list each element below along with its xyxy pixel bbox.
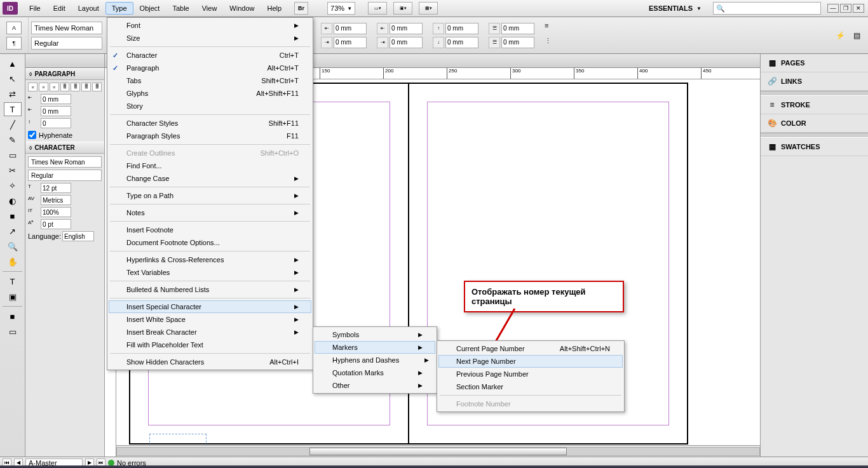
horizontal-scrollbar[interactable] xyxy=(116,445,760,457)
menuitem-glyphs[interactable]: GlyphsAlt+Shift+F11 xyxy=(109,87,311,100)
baseline-field[interactable] xyxy=(41,219,71,229)
align-right-icon[interactable]: ≡ xyxy=(50,83,59,91)
list-icon[interactable]: ⋮ xyxy=(545,37,557,50)
space-field[interactable] xyxy=(501,37,534,48)
menuitem-hyphens-and-dashes[interactable]: Hyphens and Dashes▶ xyxy=(315,354,435,366)
tool-1[interactable]: ↖ xyxy=(4,72,22,86)
justify-right-icon[interactable]: ≣ xyxy=(81,83,91,91)
menuitem-document-footnote-options-[interactable]: Document Footnote Options... xyxy=(109,236,311,249)
menuitem-show-hidden-characters[interactable]: Show Hidden CharactersAlt+Ctrl+I xyxy=(109,356,311,368)
tool-10[interactable]: ■ xyxy=(4,209,22,223)
menuitem-paragraph-styles[interactable]: Paragraph StylesF11 xyxy=(109,130,311,142)
space-field[interactable] xyxy=(445,37,478,48)
view-mode-3[interactable]: ▦▾ xyxy=(419,2,438,15)
menuitem-previous-page-number[interactable]: Previous Page Number xyxy=(438,368,623,380)
menuitem-change-case[interactable]: Change Case▶ xyxy=(109,172,311,185)
indent-first-field[interactable] xyxy=(41,106,71,116)
menuitem-bulleted-numbered-lists[interactable]: Bulleted & Numbered Lists▶ xyxy=(109,283,311,296)
view-mode-2[interactable]: ▣▾ xyxy=(393,2,412,15)
menuitem-story[interactable]: Story xyxy=(109,100,311,112)
restore-button[interactable]: ❐ xyxy=(840,4,851,13)
char-style-combo[interactable]: Regular xyxy=(28,170,102,181)
menuitem-fill-with-placeholder-text[interactable]: Fill with Placeholder Text xyxy=(109,338,311,351)
workspace-switcher[interactable]: ESSENTIALS▼ xyxy=(644,3,707,13)
tool-18[interactable]: ■ xyxy=(4,309,22,323)
panel-menu-icon[interactable]: ▤ xyxy=(850,29,863,42)
menuitem-insert-break-character[interactable]: Insert Break Character▶ xyxy=(109,326,311,338)
zoom-combo[interactable]: 73%▼ xyxy=(327,2,355,15)
menuitem-insert-footnote[interactable]: Insert Footnote xyxy=(109,224,311,236)
scrollbar-thumb[interactable] xyxy=(309,448,566,455)
panel-pages[interactable]: ▦PAGES xyxy=(761,54,868,72)
menuitem-insert-white-space[interactable]: Insert White Space▶ xyxy=(109,313,311,326)
search-input[interactable]: 🔍 xyxy=(713,2,821,15)
menuitem-character-styles[interactable]: Character StylesShift+F11 xyxy=(109,117,311,130)
list-icon[interactable]: ≡ xyxy=(545,22,557,34)
tool-12[interactable]: 🔍 xyxy=(4,239,22,253)
menuitem-symbols[interactable]: Symbols▶ xyxy=(315,328,435,341)
tool-4[interactable]: ╱ xyxy=(4,117,22,131)
menuitem-section-marker[interactable]: Section Marker xyxy=(438,380,623,393)
space-field[interactable] xyxy=(445,23,478,34)
menu-object[interactable]: Object xyxy=(133,2,166,15)
menuitem-hyperlinks-cross-references[interactable]: Hyperlinks & Cross-References▶ xyxy=(109,253,311,266)
menuitem-paragraph[interactable]: ✓ParagraphAlt+Ctrl+T xyxy=(109,62,311,74)
panel-swatches[interactable]: ▦SWATCHES xyxy=(761,138,868,156)
kerning-field[interactable] xyxy=(41,195,71,205)
minimize-button[interactable]: — xyxy=(827,4,839,13)
close-button[interactable]: ✕ xyxy=(853,4,864,13)
hyphenate-checkbox[interactable] xyxy=(28,131,36,139)
tool-2[interactable]: ⇄ xyxy=(4,87,22,101)
tool-8[interactable]: ✧ xyxy=(4,178,22,192)
language-field[interactable] xyxy=(62,231,94,241)
tool-15[interactable]: T xyxy=(4,274,22,288)
tool-3[interactable]: T xyxy=(4,102,22,116)
menu-edit[interactable]: Edit xyxy=(47,2,72,15)
character-panel-header[interactable]: CHARACTER xyxy=(25,142,104,154)
indent-field[interactable] xyxy=(334,37,367,48)
paragraph-mode-icon[interactable]: ¶ xyxy=(6,37,22,50)
font-family-combo[interactable]: Times New Roman xyxy=(31,22,102,34)
menu-view[interactable]: View xyxy=(196,2,224,15)
menu-file[interactable]: File xyxy=(23,2,47,15)
menuitem-find-font-[interactable]: Find Font... xyxy=(109,159,311,172)
indent-field[interactable] xyxy=(390,37,423,48)
quick-apply-icon[interactable]: ⚡ xyxy=(834,29,846,42)
align-center-icon[interactable]: ≡ xyxy=(39,83,48,91)
menuitem-next-page-number[interactable]: Next Page Number xyxy=(438,355,623,368)
justify-all-icon[interactable]: ≣ xyxy=(92,83,102,91)
indent-field[interactable] xyxy=(334,23,367,34)
paragraph-panel-header[interactable]: PARAGRAPH xyxy=(25,68,104,80)
menu-type[interactable]: Type xyxy=(105,2,133,15)
menuitem-size[interactable]: Size▶ xyxy=(109,32,311,44)
panel-links[interactable]: 🔗LINKS xyxy=(761,72,868,91)
panel-color[interactable]: 🎨COLOR xyxy=(761,114,868,133)
menuitem-quotation-marks[interactable]: Quotation Marks▶ xyxy=(315,366,435,379)
menuitem-current-page-number[interactable]: Current Page NumberAlt+Shift+Ctrl+N xyxy=(438,342,623,355)
character-mode-icon[interactable]: A xyxy=(6,22,22,34)
menuitem-notes[interactable]: Notes▶ xyxy=(109,206,311,219)
menuitem-tabs[interactable]: TabsShift+Ctrl+T xyxy=(109,74,311,87)
bridge-button[interactable]: Br xyxy=(294,2,308,15)
space-field[interactable] xyxy=(501,23,534,34)
panel-stroke[interactable]: ≡STROKE xyxy=(761,96,868,114)
tool-0[interactable]: ▲ xyxy=(4,57,22,70)
menuitem-markers[interactable]: Markers▶ xyxy=(315,341,435,354)
menuitem-font[interactable]: Font▶ xyxy=(109,19,311,32)
justify-center-icon[interactable]: ≣ xyxy=(71,83,80,91)
indent-left-field[interactable] xyxy=(41,94,71,104)
view-mode-1[interactable]: ▭▾ xyxy=(368,2,387,15)
menu-help[interactable]: Help xyxy=(261,2,288,15)
scale-field[interactable] xyxy=(41,207,71,217)
tool-19[interactable]: ▭ xyxy=(4,324,22,338)
space-before-field[interactable] xyxy=(41,118,71,128)
menuitem-character[interactable]: ✓CharacterCtrl+T xyxy=(109,49,311,62)
tool-11[interactable]: ↗ xyxy=(4,224,22,238)
tool-9[interactable]: ◐ xyxy=(4,194,22,208)
menu-window[interactable]: Window xyxy=(223,2,261,15)
menuitem-type-on-a-path[interactable]: Type on a Path▶ xyxy=(109,189,311,202)
align-left-icon[interactable]: ≡ xyxy=(28,83,37,91)
tool-5[interactable]: ✎ xyxy=(4,133,22,147)
char-font-combo[interactable]: Times New Roman xyxy=(28,156,102,168)
menu-layout[interactable]: Layout xyxy=(72,2,105,15)
